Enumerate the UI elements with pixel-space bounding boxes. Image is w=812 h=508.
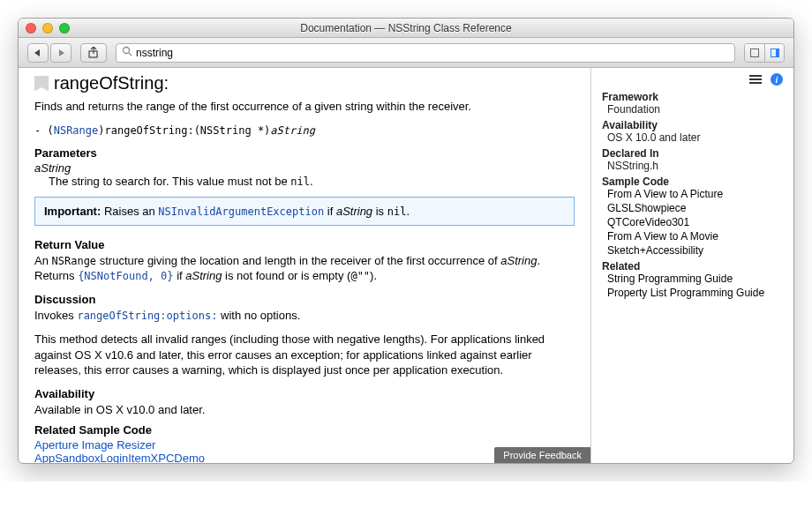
sidebar: i Framework Foundation Availability OS X… [590,68,793,463]
provide-feedback-button[interactable]: Provide Feedback [494,447,590,463]
sample-link[interactable]: AppSandboxLoginItemXPCDemo [34,452,205,463]
square-icon [771,49,779,57]
sidebar-sample-link[interactable]: GLSLShowpiece [602,202,786,214]
sidebar-metadata: Framework Foundation Availability OS X 1… [602,91,786,299]
method-name: rangeOfString: [54,73,169,93]
square-icon [750,49,759,57]
related-heading: Related [602,260,786,273]
discussion-heading: Discussion [34,293,575,306]
return-value-text: An NSRange structure giving the location… [34,253,575,284]
nav-arrows [27,43,71,63]
declared-in-value: NSString.h [602,160,786,172]
declared-in-heading: Declared In [602,147,786,160]
triangle-left-icon [34,49,42,57]
toolbar [19,38,793,68]
method-link[interactable]: rangeOfString:options: [77,310,217,322]
sidebar-related-link[interactable]: String Programming Guide [602,273,786,285]
sidebar-sample-link[interactable]: Sketch+Accessibility [602,244,786,257]
svg-marker-0 [34,49,40,56]
sample-code-heading: Sample Code [602,176,786,188]
window-title: Documentation — NSString Class Reference [19,22,793,34]
share-icon [87,47,100,59]
framework-heading: Framework [602,91,786,103]
discussion-p1: Invokes rangeOfString:options: with no o… [34,308,575,324]
info-icon[interactable]: i [771,73,783,86]
framework-value: Foundation [602,103,786,116]
svg-point-3 [124,48,130,54]
sidebar-toolbar: i [602,73,786,86]
related-sample-heading: Related Sample Code [34,423,575,437]
triangle-right-icon [56,49,65,57]
main-content: rangeOfString: Finds and returns the ran… [19,68,590,463]
sidebar-sample-link[interactable]: QTCoreVideo301 [602,216,786,228]
search-input[interactable] [136,47,729,59]
return-value-heading: Return Value [34,238,575,251]
view-mode-content[interactable] [745,44,764,62]
bookmark-icon[interactable] [34,76,49,92]
search-field[interactable] [116,43,735,63]
documentation-window: Documentation — NSString Class Reference [18,18,794,464]
titlebar: Documentation — NSString Class Reference [19,19,793,38]
content-area: rangeOfString: Finds and returns the ran… [19,68,793,463]
availability-heading: Availability [602,119,786,131]
svg-line-4 [129,53,132,56]
share-button[interactable] [80,43,107,63]
sidebar-related-link[interactable]: Property List Programming Guide [602,287,786,299]
method-heading: rangeOfString: [34,73,575,93]
search-icon [122,46,132,59]
back-button[interactable] [27,43,49,63]
view-mode-toggle [744,43,785,63]
parameter-name: aString [34,161,575,175]
parameter-description: The string to search for. This value mus… [34,175,575,188]
view-mode-sidebar[interactable] [764,44,784,62]
parameters-heading: Parameters [34,146,575,160]
svg-marker-1 [59,49,64,56]
availability-value: OS X 10.0 and later [602,131,786,144]
sample-link[interactable]: Aperture Image Resizer [34,438,155,452]
sidebar-sample-link[interactable]: From A View to A Movie [602,230,786,243]
important-note: Important: Raises an NSInvalidArgumentEx… [34,197,575,226]
forward-button[interactable] [50,43,71,63]
toc-icon[interactable] [749,75,762,84]
method-signature: - (NSRange)rangeOfString:(NSString *)aSt… [34,123,575,138]
exception-link[interactable]: NSInvalidArgumentException [158,205,324,218]
summary-text: Finds and returns the range of the first… [34,99,575,115]
availability-text: Available in OS X v10.0 and later. [34,402,575,418]
discussion-p2: This method detects all invalid ranges (… [34,332,575,378]
availability-heading: Availability [34,387,575,400]
sidebar-sample-link[interactable]: From A View to A Picture [602,188,786,200]
